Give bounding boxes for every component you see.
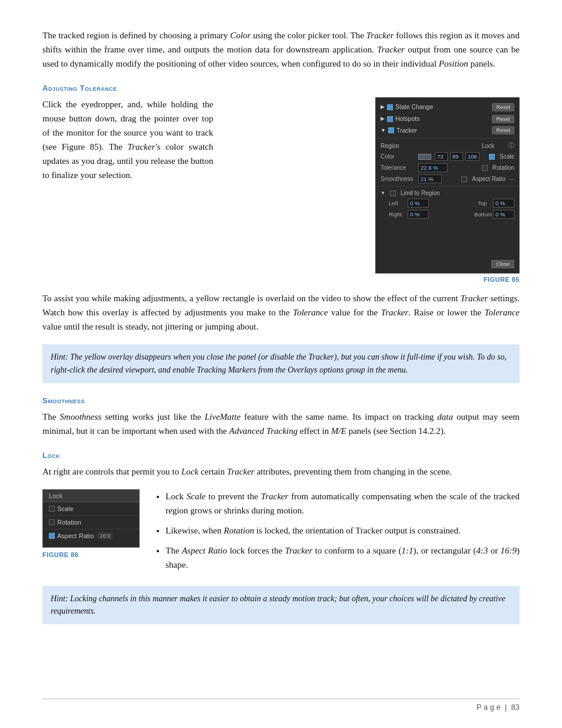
limit-triangle: ▼ xyxy=(381,190,385,196)
tolerance-row: Tolerance 22.6 % Rotation xyxy=(376,162,519,173)
figure-86-label: FIGURE 86 xyxy=(42,551,78,558)
aspect-ratio-checkbox[interactable] xyxy=(461,176,467,182)
top-label: Top xyxy=(478,200,491,206)
triangle-icon2: ▶ xyxy=(381,115,385,123)
page: The tracked region is defined by choosin… xyxy=(0,0,562,728)
hotspots-label: Hotspots xyxy=(395,114,492,124)
lock-bullet-3: The Aspect Ratio lock forces the Tracker… xyxy=(166,543,520,572)
hotspots-row: ▶ Hotspots Reset xyxy=(376,113,519,125)
adjusting-tolerance-section: Click the eyedropper, and, while holding… xyxy=(42,97,520,283)
smoothness-label: Smoothness xyxy=(381,176,416,182)
lock-scale-item: Scale xyxy=(43,502,139,516)
limit-region-row: ▼ Limit to Region xyxy=(376,189,519,197)
top-value[interactable]: 0 % xyxy=(493,199,514,207)
lock-aspect-checkbox[interactable] xyxy=(49,533,55,539)
lock-aspect-item: Aspect Ratio 16:9 xyxy=(43,529,139,542)
region-lock-row: Region Lock ⓘ xyxy=(376,140,519,151)
state-change-reset[interactable]: Reset xyxy=(492,103,514,111)
adjusting-tolerance-left: Click the eyedropper, and, while holding… xyxy=(42,97,213,283)
adjusting-tolerance-continued: To assist you while making adjustments, … xyxy=(42,291,520,334)
lock-rotation-item: Rotation xyxy=(43,516,139,529)
lock-rotation-checkbox[interactable] xyxy=(49,519,55,525)
aspect-ratio-value: — xyxy=(509,176,514,182)
tracker-panel: ▶ State Change Reset ▶ Hotspots Reset ▼ … xyxy=(375,97,520,274)
figure-85-label: FIGURE 85 xyxy=(484,276,520,283)
left-top-row: Left 0 % Top 0 % xyxy=(376,197,519,209)
color-r[interactable]: 73 xyxy=(435,152,448,161)
smoothness-heading: Smoothness xyxy=(42,396,520,405)
lock-aspect-label: Aspect Ratio xyxy=(57,532,94,539)
lock-bullet-2: Likewise, when Rotation is locked, the o… xyxy=(166,523,520,538)
state-change-label: State Change xyxy=(395,103,492,112)
lock-rotation-label: Rotation xyxy=(57,519,81,526)
scale-checkbox[interactable] xyxy=(489,154,495,160)
smoothness-value[interactable]: 21 % xyxy=(418,174,442,183)
lock-label: Lock xyxy=(482,143,494,149)
aspect-ratio-label-right: Aspect Ratio xyxy=(472,176,505,182)
hotspots-reset[interactable]: Reset xyxy=(492,115,514,123)
lock-scale-checkbox[interactable] xyxy=(49,506,55,512)
right-bottom-row: Right 0 % Bottom 0 % xyxy=(376,209,519,220)
color-swatch[interactable] xyxy=(418,154,431,160)
lock-scale-label: Scale xyxy=(57,505,74,512)
intro-paragraph: The tracked region is defined by choosin… xyxy=(42,28,520,71)
smoothness-text: The Smoothness setting works just like t… xyxy=(42,410,520,438)
page-footer: P a g e | 83 xyxy=(42,699,520,711)
triangle-icon: ▶ xyxy=(381,103,385,111)
left-label: Left xyxy=(389,200,405,206)
triangle-down-icon: ▼ xyxy=(381,127,386,135)
rotation-label-right: Rotation xyxy=(492,164,514,171)
lock-hint-box: Hint: Locking channels in this manner ma… xyxy=(42,586,520,624)
info-icon: ⓘ xyxy=(508,141,514,150)
lock-intro: At right are controls that permit you to… xyxy=(42,465,520,479)
scale-label-right: Scale xyxy=(500,153,514,160)
bottom-value[interactable]: 0 % xyxy=(493,210,514,219)
tracker-checkbox[interactable] xyxy=(388,127,394,133)
limit-checkbox[interactable] xyxy=(390,190,396,196)
bottom-label: Bottom xyxy=(474,211,491,218)
lock-hint-text: Hint: Locking channels in this manner ma… xyxy=(51,594,505,616)
color-row: Color 73 89 106 Scale xyxy=(376,151,519,162)
lock-bullets: Lock Scale to prevent the Tracker from a… xyxy=(154,489,520,578)
limit-label: Limit to Region xyxy=(401,190,440,196)
page-number: P a g e | 83 xyxy=(477,703,520,711)
color-b[interactable]: 106 xyxy=(465,152,480,161)
right-value[interactable]: 0 % xyxy=(408,210,429,219)
lock-aspect-badge: 16:9 xyxy=(97,532,113,539)
lock-panel-header: Lock xyxy=(43,490,139,502)
lock-heading: Lock xyxy=(42,451,520,460)
lock-figure-row: Lock Scale Rotation Aspect Ratio 16:9 FI… xyxy=(42,489,520,578)
tolerance-value[interactable]: 22.6 % xyxy=(418,163,448,172)
state-change-row: ▶ State Change Reset xyxy=(376,101,519,113)
right-label: Right xyxy=(389,211,405,218)
adjusting-hint-text: Hint: The yellow overlay disappears when… xyxy=(51,353,507,374)
lock-col: Lock Scale Rotation Aspect Ratio 16:9 FI… xyxy=(42,489,140,558)
lock-panel: Lock Scale Rotation Aspect Ratio 16:9 xyxy=(42,489,140,548)
hotspots-checkbox[interactable] xyxy=(387,116,393,122)
lock-bullet-1: Lock Scale to prevent the Tracker from a… xyxy=(166,489,520,518)
tolerance-label: Tolerance xyxy=(381,164,416,171)
state-change-checkbox[interactable] xyxy=(387,104,393,110)
tracker-panel-figure: ▶ State Change Reset ▶ Hotspots Reset ▼ … xyxy=(224,97,520,283)
region-label: Region xyxy=(381,143,480,149)
adjusting-hint-box: Hint: The yellow overlay disappears when… xyxy=(42,344,520,383)
adjusting-tolerance-heading: Adjusting Tolerance xyxy=(42,84,520,93)
color-g[interactable]: 89 xyxy=(450,152,463,161)
left-value[interactable]: 0 % xyxy=(408,199,429,207)
smoothness-row: Smoothness 21 % Aspect Ratio — xyxy=(376,173,519,185)
color-label: Color xyxy=(381,153,416,160)
tracker-reset[interactable]: Reset xyxy=(492,126,514,134)
rotation-checkbox[interactable] xyxy=(482,165,488,171)
tracker-label: Tracker xyxy=(396,126,492,136)
tracker-row: ▼ Tracker Reset xyxy=(376,125,519,137)
close-button[interactable]: Close xyxy=(491,260,514,268)
